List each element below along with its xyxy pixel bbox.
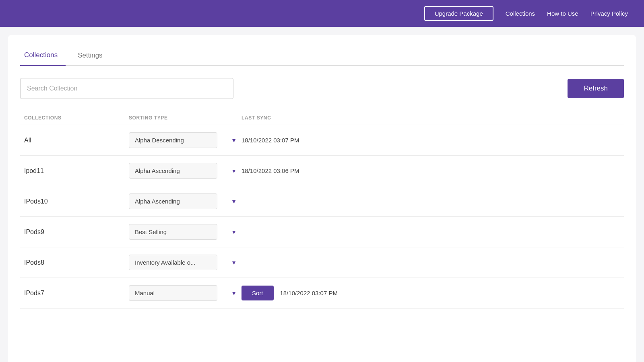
- sort-type-select[interactable]: Inventory Available o...Alpha Descending…: [129, 255, 217, 270]
- chevron-down-icon: ▼: [231, 290, 237, 296]
- chevron-down-icon: ▼: [231, 259, 237, 266]
- table-row: Ipod11Alpha AscendingAlpha DescendingAlp…: [20, 156, 624, 186]
- collection-name: IPods8: [24, 259, 129, 266]
- search-input[interactable]: [20, 78, 233, 99]
- sort-select-wrapper: Alpha AscendingAlpha DescendingAlpha Asc…: [129, 163, 242, 179]
- refresh-button[interactable]: Refresh: [568, 79, 624, 98]
- table-row: IPods10Alpha AscendingAlpha DescendingAl…: [20, 186, 624, 217]
- row-actions: 18/10/2022 03:07 PM: [242, 137, 620, 144]
- table-body: AllAlpha DescendingAlpha DescendingAlpha…: [20, 125, 624, 309]
- collection-name: IPods7: [24, 290, 129, 297]
- collection-name: Ipod11: [24, 167, 129, 175]
- sort-type-select[interactable]: Best SellingAlpha DescendingAlpha Ascend…: [129, 224, 217, 240]
- row-actions: Sort18/10/2022 03:07 PM: [242, 286, 620, 300]
- sort-select-wrapper: Alpha AscendingAlpha DescendingAlpha Asc…: [129, 193, 242, 209]
- header: Upgrade Package Collections How to Use P…: [0, 0, 644, 27]
- tab-bar: Collections Settings: [20, 47, 624, 66]
- nav-how-to-use[interactable]: How to Use: [547, 10, 578, 17]
- last-sync-value: 18/10/2022 03:07 PM: [280, 290, 338, 296]
- nav-privacy-policy[interactable]: Privacy Policy: [590, 10, 628, 17]
- chevron-down-icon: ▼: [231, 137, 237, 144]
- last-sync-value: 18/10/2022 03:07 PM: [242, 137, 299, 144]
- sort-select-wrapper: Alpha DescendingAlpha DescendingAlpha As…: [129, 132, 242, 148]
- table-row: IPods8Inventory Available o...Alpha Desc…: [20, 247, 624, 278]
- collection-name: IPods9: [24, 228, 129, 236]
- chevron-down-icon: ▼: [231, 198, 237, 205]
- row-actions: 18/10/2022 03:06 PM: [242, 167, 620, 174]
- table-row: AllAlpha DescendingAlpha DescendingAlpha…: [20, 125, 624, 156]
- tab-collections[interactable]: Collections: [20, 47, 66, 66]
- sort-type-select[interactable]: ManualAlpha DescendingAlpha AscendingBes…: [129, 285, 217, 301]
- chevron-down-icon: ▼: [231, 168, 237, 174]
- collection-name: IPods10: [24, 198, 129, 205]
- chevron-down-icon: ▼: [231, 229, 237, 235]
- main-content: Collections Settings Refresh COLLECTIONS…: [8, 35, 636, 362]
- table-row: IPods9Best SellingAlpha DescendingAlpha …: [20, 217, 624, 247]
- tab-settings[interactable]: Settings: [74, 47, 110, 65]
- table-header: COLLECTIONS SORTING TYPE LAST SYNC: [20, 111, 624, 125]
- upgrade-package-button[interactable]: Upgrade Package: [424, 6, 493, 21]
- sort-select-wrapper: ManualAlpha DescendingAlpha AscendingBes…: [129, 285, 242, 301]
- sort-button[interactable]: Sort: [242, 286, 274, 300]
- col-header-last-sync: LAST SYNC: [242, 115, 620, 121]
- sort-type-select[interactable]: Alpha AscendingAlpha DescendingAlpha Asc…: [129, 193, 217, 209]
- toolbar: Refresh: [20, 78, 624, 99]
- sort-select-wrapper: Inventory Available o...Alpha Descending…: [129, 255, 242, 270]
- col-header-collections: COLLECTIONS: [24, 115, 129, 121]
- nav-collections[interactable]: Collections: [506, 10, 535, 17]
- sort-type-select[interactable]: Alpha AscendingAlpha DescendingAlpha Asc…: [129, 163, 217, 179]
- sort-select-wrapper: Best SellingAlpha DescendingAlpha Ascend…: [129, 224, 242, 240]
- last-sync-value: 18/10/2022 03:06 PM: [242, 167, 299, 174]
- table-row: IPods7ManualAlpha DescendingAlpha Ascend…: [20, 278, 624, 309]
- sort-type-select[interactable]: Alpha DescendingAlpha DescendingAlpha As…: [129, 132, 217, 148]
- collection-name: All: [24, 137, 129, 144]
- col-header-sorting-type: SORTING TYPE: [129, 115, 242, 121]
